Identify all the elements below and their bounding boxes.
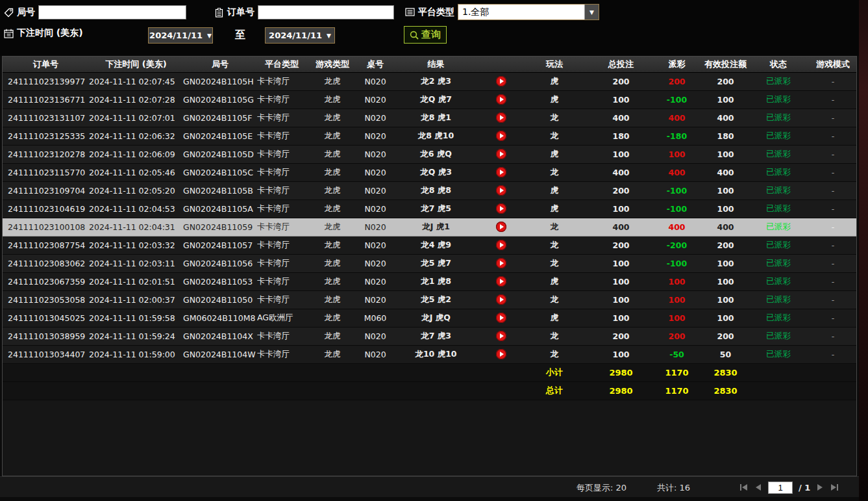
table-row[interactable]: 2411110231202782024-11-11 02:06:09GN0202… xyxy=(3,145,857,163)
play-video-button[interactable] xyxy=(496,149,506,159)
first-page-icon xyxy=(740,484,741,491)
play-video-button[interactable] xyxy=(496,258,506,268)
valid-bet: 180 xyxy=(699,127,752,145)
subtotal-payout: 1170 xyxy=(655,363,699,381)
query-button[interactable]: 查询 xyxy=(404,26,447,44)
valid-bet: 50 xyxy=(699,345,752,363)
play-method: 虎 xyxy=(522,72,587,90)
table-row[interactable]: 2411110230673592024-11-11 02:01:51GN0202… xyxy=(3,272,857,290)
col-header-game-type: 游戏类型 xyxy=(306,57,358,72)
grand-total-payout: 1170 xyxy=(655,381,699,400)
order-no: 241111023067359 xyxy=(3,272,89,290)
payout: -50 xyxy=(655,345,699,363)
grand-total-spacer xyxy=(3,381,522,400)
payout: -100 xyxy=(655,181,699,199)
video-cell xyxy=(480,309,522,327)
play-video-button[interactable] xyxy=(496,185,506,196)
play-video-button[interactable] xyxy=(496,167,506,177)
table-row[interactable]: 2411110230530582024-11-11 02:00:37GN0202… xyxy=(3,290,857,309)
col-header-total-bet: 总投注 xyxy=(587,57,655,72)
platform-type: 卡卡湾厅 xyxy=(257,163,306,181)
play-video-button[interactable] xyxy=(496,112,506,123)
valid-bet: 400 xyxy=(699,109,752,127)
grand-total-spacer-right xyxy=(752,381,857,400)
table-row[interactable]: 2411110231253352024-11-11 02:06:32GN0202… xyxy=(3,127,857,145)
status: 已派彩 xyxy=(752,290,804,309)
table-header-row: 订单号 下注时间 (美东) 局号 平台类型 游戏类型 桌号 结果 玩法 总投注 … xyxy=(3,57,857,72)
play-video-button[interactable] xyxy=(496,222,506,232)
play-method: 龙 xyxy=(522,254,587,272)
table-row[interactable]: 2411110231046192024-11-11 02:04:53GN0202… xyxy=(3,199,857,218)
game-mode: - xyxy=(804,72,857,90)
platform-type-label: 平台类型 xyxy=(418,6,454,18)
table-row[interactable]: 2411110231157702024-11-11 02:05:46GN0202… xyxy=(3,163,857,181)
play-video-button[interactable] xyxy=(496,349,506,359)
table-row[interactable]: 2411110231399772024-11-11 02:07:45GN0202… xyxy=(3,72,857,90)
play-video-button[interactable] xyxy=(496,276,506,287)
first-page-button[interactable] xyxy=(739,483,749,492)
game-mode: - xyxy=(804,199,857,218)
bet-time: 2024-11-11 01:59:24 xyxy=(89,327,183,345)
table-no: N020 xyxy=(358,272,392,290)
table-row[interactable]: 2411110230830622024-11-11 02:03:11GN0202… xyxy=(3,254,857,272)
play-video-button[interactable] xyxy=(496,203,506,214)
platform-select-value: 1.全部 xyxy=(458,6,584,18)
bet-time-field-group: 下注时间 (美东) xyxy=(4,27,83,39)
play-video-button[interactable] xyxy=(496,131,506,141)
status: 已派彩 xyxy=(752,90,804,109)
play-video-button[interactable] xyxy=(496,76,506,86)
play-video-button[interactable] xyxy=(496,240,506,250)
bet-time: 2024-11-11 02:03:11 xyxy=(89,254,183,272)
platform-type: 卡卡湾厅 xyxy=(257,218,306,236)
date-to-picker[interactable]: 2024/11/11 ▼ xyxy=(265,27,335,44)
order-no-input[interactable] xyxy=(258,5,394,19)
page-number-input[interactable] xyxy=(768,482,793,494)
play-icon xyxy=(500,188,504,193)
subtotal-row: 小计 2980 1170 2830 xyxy=(3,363,857,381)
table-row[interactable]: 2411110230877542024-11-11 02:03:32GN0202… xyxy=(3,236,857,254)
play-video-button[interactable] xyxy=(496,94,506,105)
game-mode: - xyxy=(804,290,857,309)
round-no-input[interactable] xyxy=(38,5,186,19)
result: 龙4 虎9 xyxy=(392,236,480,254)
search-icon xyxy=(410,31,419,40)
prev-page-button[interactable] xyxy=(754,483,762,492)
total-bet: 200 xyxy=(587,181,655,199)
play-video-button[interactable] xyxy=(496,313,506,323)
game-mode: - xyxy=(804,327,857,345)
table-row[interactable]: 2411110231001082024-11-11 02:04:31GN0202… xyxy=(3,218,857,236)
round-no: GN02024B1105F xyxy=(183,109,257,127)
game-mode: - xyxy=(804,309,857,327)
play-video-button[interactable] xyxy=(496,294,506,305)
table-row[interactable]: 2411110231311072024-11-11 02:07:01GN0202… xyxy=(3,109,857,127)
valid-bet: 400 xyxy=(699,218,752,236)
result: 龙6 虎Q xyxy=(392,145,480,163)
table-row[interactable]: 2411110130344072024-11-11 01:59:00GN0202… xyxy=(3,345,857,363)
table-row[interactable]: 2411110130389592024-11-11 01:59:24GN0202… xyxy=(3,327,857,345)
next-page-button[interactable] xyxy=(816,483,824,492)
bet-time: 2024-11-11 02:07:45 xyxy=(89,72,183,90)
valid-bet: 100 xyxy=(699,181,752,199)
result: 龙Q 虎7 xyxy=(392,90,480,109)
result: 龙8 虎8 xyxy=(392,181,480,199)
play-method: 龙 xyxy=(522,290,587,309)
play-video-button[interactable] xyxy=(496,331,506,341)
table-row[interactable]: 2411110130450252024-11-11 01:59:58GM0602… xyxy=(3,309,857,327)
table-row[interactable]: 2411110231367712024-11-11 02:07:28GN0202… xyxy=(3,90,857,109)
table-row[interactable]: 2411110231097042024-11-11 02:05:20GN0202… xyxy=(3,181,857,199)
order-no: 241111023139977 xyxy=(3,72,89,90)
per-page-label: 每页显示: 20 xyxy=(577,482,626,494)
platform-type: 卡卡湾厅 xyxy=(257,290,306,309)
table-no: N020 xyxy=(358,290,392,309)
last-page-button[interactable] xyxy=(830,483,839,492)
platform-select[interactable]: 1.全部 ▼ xyxy=(458,4,599,20)
video-cell xyxy=(480,181,522,199)
date-from-picker[interactable]: 2024/11/11 ▼ xyxy=(148,27,213,44)
round-no: GN02024B1105C xyxy=(183,163,257,181)
per-page-value: 20 xyxy=(616,483,627,493)
result: 龙7 虎3 xyxy=(392,327,480,345)
grand-total-row: 总计 2980 1170 2830 xyxy=(3,381,857,400)
order-no: 241111013045025 xyxy=(3,309,89,327)
game-mode: - xyxy=(804,254,857,272)
valid-bet: 100 xyxy=(699,90,752,109)
